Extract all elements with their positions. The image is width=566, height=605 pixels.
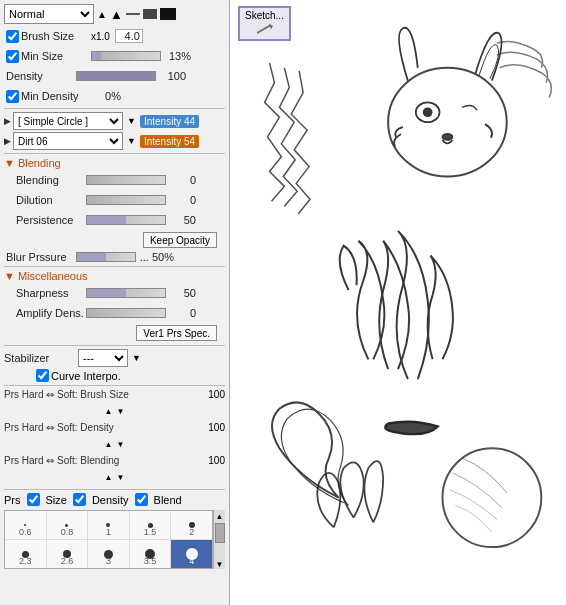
blend-check-text: Blend <box>154 494 182 506</box>
prs-density-row: Prs Hard ⇔ Soft: Density 100 <box>4 422 225 433</box>
blending-collapse-icon: ▼ <box>4 157 15 169</box>
brush-cell-2[interactable]: 2 <box>171 511 212 539</box>
curve-interpo-label: Curve Interpo. <box>51 370 121 382</box>
stabilizer-dropdown-icon[interactable]: ▼ <box>132 353 141 363</box>
prs-brush-down-arrow[interactable]: ▼ <box>117 407 125 416</box>
blend-mode-select[interactable]: Normal Multiply Screen <box>4 4 94 24</box>
scrollbar-thumb[interactable] <box>215 523 225 543</box>
prs-blending-down-arrow[interactable]: ▼ <box>117 473 125 482</box>
brush-wave-icon[interactable] <box>126 13 140 15</box>
preset1-arrow[interactable]: ▶ <box>4 116 11 126</box>
preset1-dropdown-icon[interactable]: ▼ <box>127 116 136 126</box>
brush-cell-3.5[interactable]: 3.5 <box>130 540 172 568</box>
preset2-select[interactable]: Dirt 06 <box>13 132 123 150</box>
size-checkbox[interactable] <box>73 493 86 506</box>
prs-density-up-arrow[interactable]: ▲ <box>105 440 113 449</box>
prs-brush-value: 100 <box>200 389 225 400</box>
density-slider[interactable] <box>76 71 156 81</box>
brush-size-row: Brush Size x1.0 4.0 <box>4 27 225 45</box>
canvas-area[interactable]: Sketch... <box>230 0 566 605</box>
sharpness-row: Sharpness 50 <box>4 284 225 302</box>
preset2-row: ▶ Dirt 06 ▼ Intensity 54 <box>4 132 225 150</box>
prs-brush-up-arrow[interactable]: ▲ <box>105 407 113 416</box>
ver1-prs-row: Ver1 Prs Spec. <box>4 324 225 342</box>
amplify-dens-slider[interactable] <box>86 308 166 318</box>
svg-point-5 <box>442 134 452 140</box>
curve-interpo-checkbox[interactable] <box>36 369 49 382</box>
min-size-label: Min Size <box>21 50 91 62</box>
density-label: Density <box>6 70 76 82</box>
stabilizer-row: Stabilizer --- 1 3 5 ▼ <box>4 349 225 367</box>
blur-pressure-row: Blur Prssure ... 50% <box>4 251 225 263</box>
prs-blending-value: 100 <box>200 455 225 466</box>
prs-density-arrows: ▲ ▼ <box>4 435 225 453</box>
brush-size-multiplier: x1.0 <box>91 31 110 42</box>
min-density-value: 0% <box>93 90 121 102</box>
stabilizer-label: Stabilizer <box>4 352 74 364</box>
grid-scrollbar[interactable]: ▲ ▼ <box>213 510 225 569</box>
brush-grid-row-1: 0.6 0.8 1 1.5 2 <box>5 511 212 540</box>
density-row: Density 100 <box>4 67 225 85</box>
brush-size-checkbox[interactable] <box>6 30 19 43</box>
brush-cell-0.8[interactable]: 0.8 <box>47 511 89 539</box>
preset2-dropdown-icon[interactable]: ▼ <box>127 136 136 146</box>
persistence-value: 50 <box>168 214 196 226</box>
persistence-slider[interactable] <box>86 215 166 225</box>
brush-cell-0.6[interactable]: 0.6 <box>5 511 47 539</box>
brush-cell-1.5[interactable]: 1.5 <box>130 511 172 539</box>
blur-pressure-value: ... 50% <box>138 251 174 263</box>
preset1-select[interactable]: [ Simple Circle ] <box>13 112 123 130</box>
prs-density-down-arrow[interactable]: ▼ <box>117 440 125 449</box>
amplify-dens-label: Amplify Dens. <box>16 307 86 319</box>
amplify-dens-row: Amplify Dens. 0 <box>4 304 225 322</box>
amplify-dens-value: 0 <box>168 307 196 319</box>
brush-cell-2.3[interactable]: 2.3 <box>5 540 47 568</box>
prs-blending-up-arrow[interactable]: ▲ <box>105 473 113 482</box>
keep-opacity-button[interactable]: Keep Opacity <box>143 232 217 248</box>
min-size-checkbox[interactable] <box>6 50 19 63</box>
density-check-checkbox[interactable] <box>135 493 148 506</box>
prs-blending-label: Prs Hard ⇔ Soft: Blending <box>4 455 200 466</box>
dilution-label: Dilution <box>16 194 86 206</box>
persistence-row: Persistence 50 <box>4 211 225 229</box>
min-size-slider[interactable] <box>91 51 161 61</box>
scrollbar-down-arrow[interactable]: ▼ <box>216 560 224 569</box>
prs-checkbox[interactable] <box>27 493 40 506</box>
blend-mode-row: Normal Multiply Screen ▲ ▲ <box>4 4 225 24</box>
misc-collapse-icon: ▼ <box>4 270 15 282</box>
brush-rect-icon[interactable] <box>143 9 157 19</box>
scrollbar-up-arrow[interactable]: ▲ <box>216 512 224 521</box>
blending-section-header[interactable]: ▼ Blending <box>4 157 225 169</box>
sharpness-slider[interactable] <box>86 288 166 298</box>
density-value: 100 <box>158 70 186 82</box>
svg-point-4 <box>424 108 432 116</box>
blur-pressure-slider[interactable] <box>76 252 136 262</box>
persistence-label: Persistence <box>16 214 86 226</box>
size-text: Size <box>46 494 67 506</box>
blending-slider[interactable] <box>86 175 166 185</box>
svg-point-2 <box>388 68 507 177</box>
min-density-checkbox[interactable] <box>6 90 19 103</box>
min-size-row: Min Size 13% <box>4 47 225 65</box>
brush-black-rect-icon[interactable] <box>160 8 176 20</box>
brush-triangle-small-icon[interactable]: ▲ <box>97 9 107 20</box>
brush-cell-4[interactable]: 4 <box>171 540 212 568</box>
brush-cell-1[interactable]: 1 <box>88 511 130 539</box>
dilution-slider[interactable] <box>86 195 166 205</box>
ver1-prs-button[interactable]: Ver1 Prs Spec. <box>136 325 217 341</box>
preset1-intensity: Intensity 44 <box>140 115 199 128</box>
brush-triangle-medium-icon[interactable]: ▲ <box>110 7 123 22</box>
misc-section-header[interactable]: ▼ Miscellaneous <box>4 270 225 282</box>
stabilizer-select[interactable]: --- 1 3 5 <box>78 349 128 367</box>
brush-grid-row-2: 2.3 2.6 3 3.5 4 <box>5 540 212 568</box>
prs-brush-arrows: ▲ ▼ <box>4 402 225 420</box>
preset2-arrow[interactable]: ▶ <box>4 136 11 146</box>
blending-label: Blending <box>18 157 61 169</box>
blending-value: 0 <box>168 174 196 186</box>
brush-cell-2.6[interactable]: 2.6 <box>47 540 89 568</box>
prs-density-label: Prs Hard ⇔ Soft: Density <box>4 422 200 433</box>
min-density-label: Min Density <box>21 90 91 102</box>
curve-interpo-row: Curve Interpo. <box>4 369 225 382</box>
brush-cell-3[interactable]: 3 <box>88 540 130 568</box>
sharpness-value: 50 <box>168 287 196 299</box>
